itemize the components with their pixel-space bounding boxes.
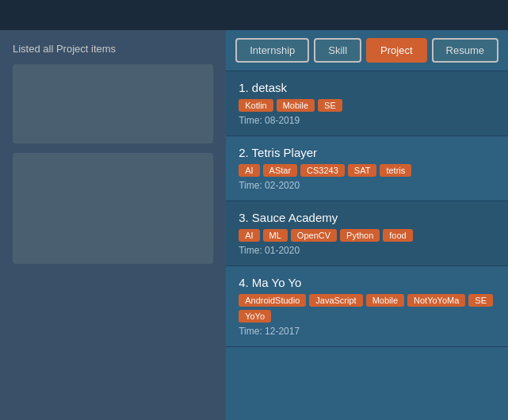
- tag-se: SE: [318, 99, 342, 112]
- tabs-row: InternshipSkillProjectResume: [226, 30, 508, 71]
- tags-row-3: AIMLOpenCVPythonfood: [239, 229, 495, 242]
- tag-mobile: Mobile: [277, 99, 315, 112]
- tag-ai: AI: [239, 229, 259, 242]
- tag-androidstudio: AndroidStudio: [239, 294, 306, 307]
- project-title-3: 3. Sauce Academy: [239, 211, 495, 224]
- project-item-3: 3. Sauce AcademyAIMLOpenCVPythonfoodTime…: [226, 201, 508, 266]
- project-time-1: Time: 08-2019: [239, 115, 495, 126]
- tags-row-2: AIAStarCS3243SATtetris: [239, 164, 495, 177]
- left-panel: Listed all Project items: [0, 30, 226, 420]
- tag-tetris: tetris: [380, 164, 411, 177]
- tag-se: SE: [468, 294, 493, 307]
- tags-row-4: AndroidStudioJavaScriptMobileNotYoYoMaSE…: [239, 294, 495, 323]
- top-bar: [0, 0, 508, 30]
- tag-python: Python: [340, 229, 380, 242]
- tag-notyoyoma: NotYoYoMa: [407, 294, 465, 307]
- tag-ai: AI: [239, 164, 259, 177]
- tag-astar: AStar: [263, 164, 298, 177]
- tag-ml: ML: [263, 229, 288, 242]
- tag-javascript: JavaScript: [309, 294, 362, 307]
- project-title-2: 2. Tetris Player: [239, 146, 495, 159]
- tag-mobile: Mobile: [366, 294, 404, 307]
- left-image-2: [13, 153, 213, 264]
- tags-row-1: KotlinMobileSE: [239, 99, 495, 112]
- tab-resume[interactable]: Resume: [432, 38, 498, 63]
- tab-skill[interactable]: Skill: [314, 38, 361, 63]
- tag-opencv: OpenCV: [291, 229, 337, 242]
- right-panel: InternshipSkillProjectResume 1. detaskKo…: [226, 30, 508, 420]
- tab-internship[interactable]: Internship: [235, 38, 309, 63]
- tag-cs3243: CS3243: [300, 164, 345, 177]
- project-time-4: Time: 12-2017: [239, 326, 495, 337]
- tab-project[interactable]: Project: [366, 38, 426, 63]
- project-time-2: Time: 02-2020: [239, 180, 495, 191]
- project-title-1: 1. detask: [239, 81, 495, 94]
- items-list: 1. detaskKotlinMobileSETime: 08-20192. T…: [226, 71, 508, 420]
- project-title-4: 4. Ma Yo Yo: [239, 276, 495, 289]
- project-item-4: 4. Ma Yo YoAndroidStudioJavaScriptMobile…: [226, 266, 508, 347]
- left-image-1: [13, 64, 213, 143]
- tag-kotlin: Kotlin: [239, 99, 273, 112]
- main-container: Listed all Project items InternshipSkill…: [0, 30, 508, 420]
- project-item-2: 2. Tetris PlayerAIAStarCS3243SATtetrisTi…: [226, 136, 508, 201]
- left-label: Listed all Project items: [13, 43, 213, 55]
- project-item-1: 1. detaskKotlinMobileSETime: 08-2019: [226, 71, 508, 136]
- tag-yoyo: YoYo: [239, 310, 271, 323]
- tag-sat: SAT: [348, 164, 377, 177]
- tag-food: food: [383, 229, 412, 242]
- project-time-3: Time: 01-2020: [239, 245, 495, 256]
